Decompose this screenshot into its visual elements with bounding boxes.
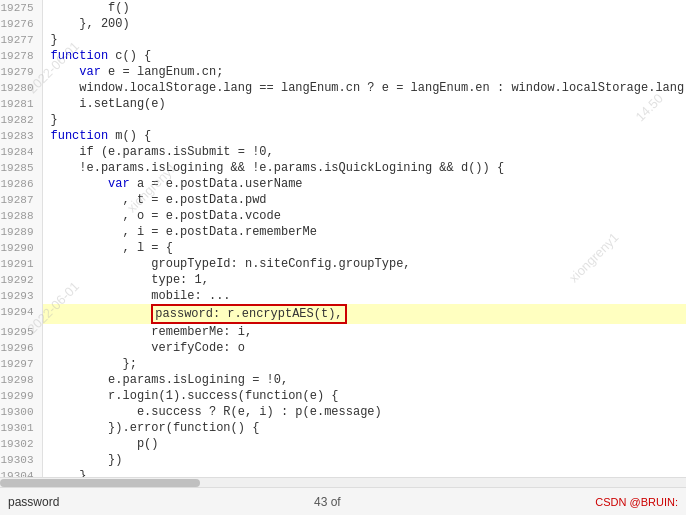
line-number: 19295 xyxy=(0,324,42,340)
table-row: 19285 !e.params.isLogining && !e.params.… xyxy=(0,160,686,176)
table-row: 19303 }) xyxy=(0,452,686,468)
table-row: 19278function c() { xyxy=(0,48,686,64)
line-content: verifyCode: o xyxy=(42,340,686,356)
table-row: 19296 verifyCode: o xyxy=(0,340,686,356)
status-bar: password 43 of CSDN @BRUIN: xyxy=(0,487,686,515)
line-number: 19296 xyxy=(0,340,42,356)
line-content: !e.params.isLogining && !e.params.isQuic… xyxy=(42,160,686,176)
line-info: 43 of xyxy=(314,495,341,509)
table-row: 19298 e.params.isLogining = !0, xyxy=(0,372,686,388)
table-row: 19280 window.localStorage.lang == langEn… xyxy=(0,80,686,96)
line-content: var e = langEnum.cn; xyxy=(42,64,686,80)
table-row: 19281 i.setLang(e) xyxy=(0,96,686,112)
line-content: , o = e.postData.vcode xyxy=(42,208,686,224)
table-row: 19275 f() xyxy=(0,0,686,16)
line-number: 19280 xyxy=(0,80,42,96)
line-content: , i = e.postData.rememberMe xyxy=(42,224,686,240)
line-content: function c() { xyxy=(42,48,686,64)
table-row: 19276 }, 200) xyxy=(0,16,686,32)
line-number: 19290 xyxy=(0,240,42,256)
line-content: r.login(1).success(function(e) { xyxy=(42,388,686,404)
line-content: } xyxy=(42,32,686,48)
table-row: 19286 var a = e.postData.userName xyxy=(0,176,686,192)
line-content: groupTypeId: n.siteConfig.groupType, xyxy=(42,256,686,272)
line-number: 19304 xyxy=(0,468,42,477)
table-row: 19299 r.login(1).success(function(e) { xyxy=(0,388,686,404)
highlighted-password-box: password: r.encryptAES(t), xyxy=(151,304,346,324)
table-row: 19295 rememberMe: i, xyxy=(0,324,686,340)
line-number: 19282 xyxy=(0,112,42,128)
line-content: }, 200) xyxy=(42,16,686,32)
line-content: , l = { xyxy=(42,240,686,256)
line-content: } xyxy=(42,112,686,128)
line-content: function m() { xyxy=(42,128,686,144)
table-row: 19279 var e = langEnum.cn; xyxy=(0,64,686,80)
table-row: 19294 password: r.encryptAES(t), xyxy=(0,304,686,324)
line-number: 19289 xyxy=(0,224,42,240)
line-number: 19277 xyxy=(0,32,42,48)
line-number: 19283 xyxy=(0,128,42,144)
line-content: e.success ? R(e, i) : p(e.message) xyxy=(42,404,686,420)
line-number: 19288 xyxy=(0,208,42,224)
table-row: 19288 , o = e.postData.vcode xyxy=(0,208,686,224)
search-term: password xyxy=(8,495,59,509)
line-content: var a = e.postData.userName xyxy=(42,176,686,192)
line-content: password: r.encryptAES(t), xyxy=(42,304,686,324)
line-number: 19291 xyxy=(0,256,42,272)
table-row: 19297 }; xyxy=(0,356,686,372)
table-row: 19287 , t = e.postData.pwd xyxy=(0,192,686,208)
line-number: 19303 xyxy=(0,452,42,468)
table-row: 19284 if (e.params.isSubmit = !0, xyxy=(0,144,686,160)
table-row: 19292 type: 1, xyxy=(0,272,686,288)
line-content: }).error(function() { xyxy=(42,420,686,436)
line-number: 19284 xyxy=(0,144,42,160)
scrollbar-thumb[interactable] xyxy=(0,479,200,487)
line-content: i.setLang(e) xyxy=(42,96,686,112)
horizontal-scrollbar[interactable] xyxy=(0,477,686,487)
line-number: 19298 xyxy=(0,372,42,388)
line-number: 19285 xyxy=(0,160,42,176)
line-number: 19302 xyxy=(0,436,42,452)
line-content: }; xyxy=(42,356,686,372)
table-row: 19277} xyxy=(0,32,686,48)
line-number: 19294 xyxy=(0,304,42,324)
line-number: 19293 xyxy=(0,288,42,304)
line-number: 19287 xyxy=(0,192,42,208)
line-content: rememberMe: i, xyxy=(42,324,686,340)
line-content: if (e.params.isSubmit = !0, xyxy=(42,144,686,160)
table-row: 19304 } xyxy=(0,468,686,477)
code-editor: 2022-06-01 xiongreny1 2022-06-01 14.50 x… xyxy=(0,0,686,477)
table-row: 19301 }).error(function() { xyxy=(0,420,686,436)
line-content: p() xyxy=(42,436,686,452)
table-row: 19300 e.success ? R(e, i) : p(e.message) xyxy=(0,404,686,420)
brand-label: CSDN @BRUIN: xyxy=(595,496,678,508)
line-content: } xyxy=(42,468,686,477)
line-content: e.params.isLogining = !0, xyxy=(42,372,686,388)
line-content: f() xyxy=(42,0,686,16)
line-number: 19300 xyxy=(0,404,42,420)
line-number: 19299 xyxy=(0,388,42,404)
line-content: }) xyxy=(42,452,686,468)
line-number: 19292 xyxy=(0,272,42,288)
line-content: , t = e.postData.pwd xyxy=(42,192,686,208)
table-row: 19302 p() xyxy=(0,436,686,452)
table-row: 19289 , i = e.postData.rememberMe xyxy=(0,224,686,240)
line-number: 19275 xyxy=(0,0,42,16)
table-row: 19291 groupTypeId: n.siteConfig.groupTyp… xyxy=(0,256,686,272)
line-number: 19276 xyxy=(0,16,42,32)
code-table: 19275 f()19276 }, 200)19277}19278functio… xyxy=(0,0,686,477)
line-content: type: 1, xyxy=(42,272,686,288)
line-number: 19278 xyxy=(0,48,42,64)
line-number: 19281 xyxy=(0,96,42,112)
table-row: 19282} xyxy=(0,112,686,128)
table-row: 19293 mobile: ... xyxy=(0,288,686,304)
line-number: 19301 xyxy=(0,420,42,436)
line-number: 19286 xyxy=(0,176,42,192)
line-number: 19279 xyxy=(0,64,42,80)
line-content: mobile: ... xyxy=(42,288,686,304)
line-content: window.localStorage.lang == langEnum.cn … xyxy=(42,80,686,96)
table-row: 19290 , l = { xyxy=(0,240,686,256)
table-row: 19283function m() { xyxy=(0,128,686,144)
line-number: 19297 xyxy=(0,356,42,372)
